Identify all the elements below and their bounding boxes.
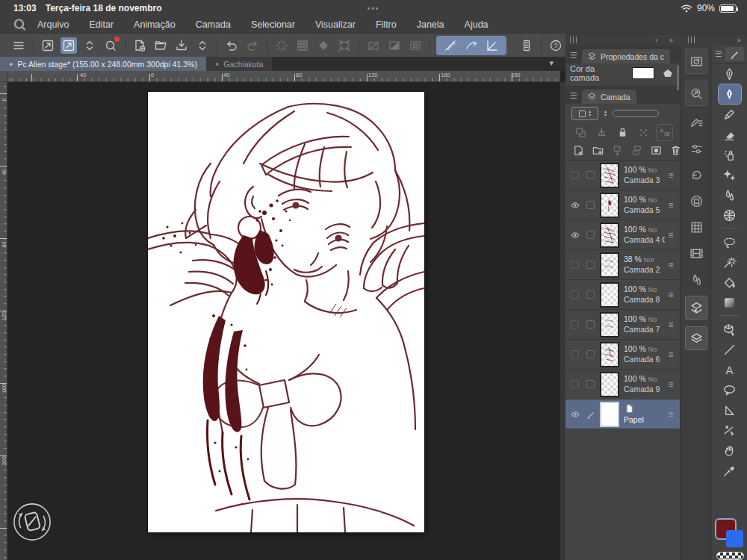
gesture-tool-button[interactable]	[61, 37, 77, 54]
canvas-scrollbar[interactable]	[560, 82, 565, 560]
layer-row[interactable]: 100 % NoCamada 9≡	[565, 370, 680, 399]
layer-visible-eye-icon[interactable]	[567, 230, 583, 240]
help-button[interactable]: ?	[548, 37, 564, 54]
clip-to-layer-below-button[interactable]	[574, 126, 587, 139]
clip-studio-logo-icon[interactable]	[12, 18, 27, 31]
layer-menu-handle[interactable]: ≡	[665, 290, 677, 300]
invert-selection-button[interactable]	[386, 37, 403, 54]
collapse-arrow[interactable]: »	[737, 36, 741, 44]
panel-menu-icon[interactable]: ☰	[570, 51, 577, 63]
canvas-viewport[interactable]	[7, 82, 560, 560]
tool-line-correction[interactable]	[719, 420, 741, 440]
tab-list-chevron-icon[interactable]: ▾	[549, 58, 554, 68]
layer-hidden-toggle[interactable]	[567, 350, 583, 358]
edge-keyboard-button[interactable]	[518, 37, 535, 54]
layer-thumbnail[interactable]	[600, 282, 619, 308]
pan-tool-button[interactable]	[40, 37, 56, 54]
menu-item-camada[interactable]: Camada	[196, 19, 231, 30]
menu-item-filtro[interactable]: Filtro	[376, 19, 397, 30]
layer-row[interactable]: 100 % NoCamada 8≡	[565, 280, 680, 310]
tool-pen[interactable]	[719, 64, 741, 84]
tool-fill[interactable]	[719, 273, 741, 292]
merge-to-lower-button[interactable]	[630, 144, 643, 157]
rail-grip-icon[interactable]	[688, 37, 695, 43]
tool-blend[interactable]	[719, 185, 741, 205]
tool-hand[interactable]	[719, 441, 741, 460]
tool-eraser[interactable]	[719, 125, 741, 144]
layer-hidden-toggle[interactable]	[567, 171, 583, 179]
sync-button[interactable]	[273, 37, 290, 54]
layer-thumbnail[interactable]	[600, 342, 619, 367]
new-folder-button[interactable]	[592, 144, 604, 157]
layer-thumbnail[interactable]	[600, 402, 619, 427]
layer-color-shape-icon[interactable]	[660, 67, 675, 79]
snap-guide-button[interactable]	[484, 37, 500, 54]
layer-mask-button[interactable]	[650, 144, 663, 157]
layer-color-swatch[interactable]	[632, 67, 654, 79]
layer-thumbnail[interactable]	[600, 163, 619, 188]
color-set-panel-button[interactable]	[686, 217, 706, 237]
layer-thumbnail[interactable]	[600, 252, 619, 278]
new-canvas-button[interactable]	[131, 37, 148, 54]
tool-object[interactable]	[719, 320, 741, 339]
tab-layer-properties[interactable]: Propriedades da camad	[582, 49, 670, 63]
material-button[interactable]	[315, 37, 332, 54]
reference-layer-button[interactable]	[658, 126, 671, 139]
collapse-chevrons-button[interactable]	[194, 37, 211, 54]
blend-mode-selector[interactable]: ▴▾	[571, 107, 598, 120]
pixel-grid-button[interactable]	[294, 37, 311, 54]
sub-tool-panel-button[interactable]	[686, 113, 706, 132]
tool-menu-icon[interactable]: ☰	[715, 49, 722, 59]
undo-button[interactable]	[223, 37, 240, 54]
redo-button[interactable]	[244, 37, 261, 54]
rotate-canvas-button[interactable]	[12, 502, 52, 542]
tool-tab-pencil[interactable]	[725, 47, 744, 61]
layer-checkbox[interactable]	[583, 350, 598, 358]
layer-row[interactable]: Papel≡	[565, 399, 680, 429]
opacity-slider[interactable]	[613, 110, 659, 117]
layer-checkbox[interactable]	[583, 171, 598, 179]
snap-ruler-button[interactable]	[442, 37, 459, 54]
open-file-button[interactable]	[152, 37, 169, 54]
tab-layer-panel[interactable]: Camada	[582, 90, 636, 104]
layer-checkbox[interactable]	[583, 290, 598, 299]
layer-menu-handle[interactable]: ≡	[665, 409, 677, 420]
ruler-range-button[interactable]	[595, 126, 608, 139]
layer-hidden-toggle[interactable]	[567, 261, 583, 269]
color-mixing-panel-button[interactable]	[686, 270, 706, 289]
layer-checkbox[interactable]	[583, 380, 598, 388]
layer-panel-button[interactable]	[685, 326, 707, 350]
menu-item-selecionar[interactable]: Selecionar	[251, 19, 295, 30]
layer-checkbox[interactable]	[583, 320, 598, 329]
navigator-panel-button[interactable]	[685, 81, 707, 106]
menu-item-visualizar[interactable]: Visualizar	[315, 19, 356, 30]
document-tab[interactable]: ●Pc Alien stage* (155.00 x 248.00mm 300d…	[0, 57, 206, 71]
layer-row[interactable]: 100 % NoCamada 4 C≡	[565, 220, 680, 250]
timeline-panel-button[interactable]	[686, 243, 706, 263]
menu-item-janela[interactable]: Janela	[417, 19, 444, 30]
clip-studio-app-button[interactable]	[102, 37, 119, 54]
canvas-page[interactable]	[148, 92, 424, 532]
opacity-stepper[interactable]: ▴▾	[604, 110, 607, 117]
layer-menu-handle[interactable]: ≡	[665, 379, 677, 390]
layer-menu-handle[interactable]: ≡	[665, 349, 677, 360]
tool-pen-2[interactable]	[719, 84, 741, 104]
background-color-swatch[interactable]	[726, 530, 743, 547]
tool-lasso-select[interactable]	[719, 232, 741, 252]
menu-item-editar[interactable]: Editar	[89, 19, 114, 30]
delete-layer-button[interactable]	[669, 144, 682, 157]
lock-transparent-pixels-button[interactable]	[637, 126, 650, 139]
tool-gradient[interactable]	[719, 293, 741, 312]
tool-balloon[interactable]	[719, 380, 741, 399]
tool-property-panel-button[interactable]	[686, 139, 706, 158]
tool-decoration[interactable]	[719, 165, 741, 184]
layer-menu-handle[interactable]: ≡	[665, 230, 677, 240]
layer-row[interactable]: 38 % NorCamada 2≡	[565, 250, 680, 280]
selection-border-button[interactable]	[407, 37, 424, 54]
transfer-to-lower-button[interactable]	[611, 144, 624, 157]
layer-menu-handle[interactable]: ≡	[665, 170, 677, 181]
panel-menu-icon[interactable]: ☰	[570, 91, 577, 104]
tool-auto-select[interactable]	[719, 252, 741, 272]
tool-text[interactable]: A	[719, 360, 741, 379]
transparent-color-swatch[interactable]	[716, 552, 744, 560]
